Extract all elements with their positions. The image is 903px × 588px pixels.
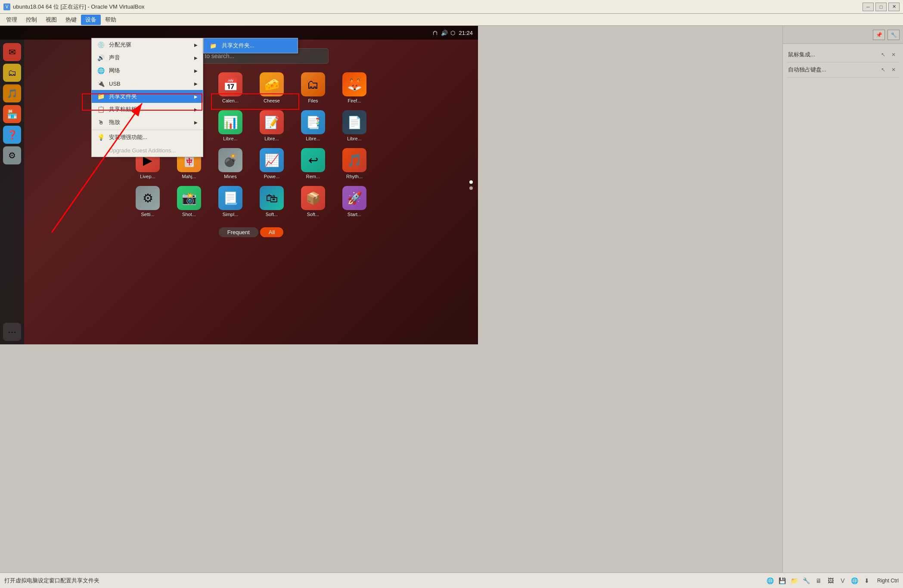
menu-help[interactable]: 帮助 bbox=[101, 15, 121, 25]
clipboard-icon: 📋 bbox=[97, 105, 105, 113]
panel-btn-2[interactable]: 🔧 bbox=[887, 30, 900, 40]
close-button[interactable]: ✕ bbox=[888, 3, 900, 11]
ubuntu-status-icons: ⛫ 🔊 ⬡ bbox=[433, 30, 455, 36]
app-item[interactable]: 🦊 Firef... bbox=[337, 72, 372, 103]
app-icon-2: 📅 bbox=[218, 72, 242, 96]
app-label-2: Calen... bbox=[222, 98, 239, 103]
app-item[interactable]: 💣 Mines bbox=[213, 148, 248, 179]
menu-hotkey[interactable]: 热键 bbox=[61, 15, 81, 25]
app-item[interactable]: ↩ Rem... bbox=[296, 148, 330, 179]
status-icon-2[interactable]: 💾 bbox=[777, 576, 788, 586]
app-item[interactable]: 🎵 Rhyth... bbox=[337, 148, 372, 179]
app-icon-5: 🦊 bbox=[342, 72, 366, 96]
status-icon-8[interactable]: 🌐 bbox=[850, 576, 860, 586]
sidebar-music-icon[interactable]: 🎵 bbox=[3, 84, 21, 102]
app-label-4: Files bbox=[308, 98, 318, 103]
status-icon-6[interactable]: 🖼 bbox=[825, 576, 836, 586]
status-icon-4[interactable]: 🔧 bbox=[801, 576, 812, 586]
mouse-icon-2[interactable]: ✕ bbox=[889, 51, 898, 58]
app-label-13: Mahj... bbox=[182, 174, 196, 179]
app-icon-16: ↩ bbox=[301, 148, 325, 172]
panel-btn-1[interactable]: 📌 bbox=[873, 30, 885, 40]
menu-network[interactable]: 🌐 网络 ▶ bbox=[92, 64, 203, 77]
app-item[interactable]: 🚀 Start... bbox=[337, 186, 372, 217]
network-icon: ⛫ bbox=[433, 30, 438, 36]
maximize-button[interactable]: □ bbox=[875, 3, 887, 11]
panel-mouse-integration: 鼠标集成... ↖ ✕ bbox=[786, 47, 900, 62]
menu-view[interactable]: 视图 bbox=[41, 15, 61, 25]
app-label-20: Simpl... bbox=[223, 212, 239, 217]
menu-shared-clipboard[interactable]: 📋 共享粘贴板 ▶ bbox=[92, 103, 203, 116]
vm-screen[interactable]: ⛫ 🔊 ⬡ 21:24 ✉ 🗂 🎵 🏪 ❓ ⚙ ⋯ 🔍 T bbox=[0, 26, 478, 344]
clipboard-arrow: ▶ bbox=[194, 107, 198, 112]
drag-label: 拖放 bbox=[109, 118, 120, 126]
tab-all[interactable]: All bbox=[260, 227, 283, 237]
status-icon-7[interactable]: V bbox=[838, 576, 848, 586]
menu-shared-folder[interactable]: 📁 共享文件夹 ▶ bbox=[92, 90, 203, 103]
app-item[interactable]: 🛍 Soft... bbox=[254, 186, 289, 217]
app-item[interactable]: ⚙ Setti... bbox=[130, 186, 165, 217]
app-label-17: Rhyth... bbox=[346, 174, 363, 179]
keyboard-icon-1[interactable]: ↖ bbox=[879, 66, 887, 73]
app-icon-10: 📑 bbox=[301, 110, 325, 134]
tab-frequent[interactable]: Frequent bbox=[219, 227, 258, 237]
keyboard-icon-2[interactable]: ✕ bbox=[889, 66, 898, 73]
ubuntu-clock: 21:24 bbox=[459, 30, 473, 36]
app-item[interactable]: 📃 Simpl... bbox=[213, 186, 248, 217]
menu-drag-drop[interactable]: 🖱 拖放 ▶ bbox=[92, 116, 203, 129]
app-label-3: Cheese bbox=[264, 98, 280, 103]
menu-install-guest[interactable]: 💡 安装增强功能... bbox=[92, 131, 203, 144]
app-label-8: Libre... bbox=[223, 136, 238, 141]
sidebar-grid-icon[interactable]: ⋯ bbox=[3, 323, 21, 341]
app-item[interactable]: 📑 Libre... bbox=[296, 110, 330, 141]
app-icon-15: 📈 bbox=[260, 148, 284, 172]
battery-icon: ⬡ bbox=[450, 30, 455, 36]
app-icon-23: 🚀 bbox=[342, 186, 366, 210]
menu-manage[interactable]: 管理 bbox=[2, 15, 22, 25]
menu-sound[interactable]: 🔊 声音 ▶ bbox=[92, 51, 203, 64]
sidebar-store-icon[interactable]: 🏪 bbox=[3, 105, 21, 123]
status-icon-5[interactable]: 🖥 bbox=[813, 576, 824, 586]
menu-separator bbox=[92, 130, 203, 130]
status-icon-9[interactable]: ⬇ bbox=[862, 576, 872, 586]
sound-arrow: ▶ bbox=[194, 56, 198, 60]
sidebar-email-icon[interactable]: ✉ bbox=[3, 43, 21, 61]
app-icon-11: 📄 bbox=[342, 110, 366, 134]
shared-folder-arrow: ▶ bbox=[194, 94, 198, 99]
shared-folder-icon: 📁 bbox=[97, 93, 105, 100]
app-item[interactable]: 📸 Shot... bbox=[172, 186, 206, 217]
app-label-21: Soft... bbox=[266, 212, 278, 217]
app-label-16: Rem... bbox=[306, 174, 320, 179]
menu-devices[interactable]: 设备 bbox=[81, 15, 101, 25]
sound-icon: 🔊 bbox=[97, 54, 105, 62]
app-item[interactable]: 📈 Powe... bbox=[254, 148, 289, 179]
app-item[interactable]: 🧀 Cheese bbox=[254, 72, 289, 103]
mouse-integration-label: 鼠标集成... bbox=[788, 51, 815, 59]
ubuntu-tabs: Frequent All bbox=[219, 227, 284, 237]
app-item[interactable]: 📊 Libre... bbox=[213, 110, 248, 141]
menu-usb[interactable]: 🔌 USB ▶ bbox=[92, 77, 203, 90]
menu-control[interactable]: 控制 bbox=[22, 15, 41, 25]
app-label-5: Firef... bbox=[348, 98, 361, 103]
network-arrow: ▶ bbox=[194, 68, 198, 73]
menu-optical-drive[interactable]: 💿 分配光驱 ▶ bbox=[92, 38, 203, 51]
sidebar-help-icon[interactable]: ❓ bbox=[3, 126, 21, 144]
status-text: 打开虚拟电脑设定窗口配置共享文件夹 bbox=[4, 577, 99, 585]
app-label-9: Libre... bbox=[264, 136, 279, 141]
app-item[interactable]: 📅 Calen... bbox=[213, 72, 248, 103]
shared-folder-label: 共享文件夹 bbox=[109, 93, 137, 100]
app-icon-22: 📦 bbox=[301, 186, 325, 210]
minimize-button[interactable]: ─ bbox=[863, 3, 874, 11]
app-item[interactable]: 📦 Soft... bbox=[296, 186, 330, 217]
app-item[interactable]: 🗂 Files bbox=[296, 72, 330, 103]
app-icon-9: 📝 bbox=[260, 110, 284, 134]
app-item[interactable]: 📄 Libre... bbox=[337, 110, 372, 141]
status-icon-1[interactable]: 🌐 bbox=[765, 576, 776, 586]
app-icon-19: 📸 bbox=[177, 186, 201, 210]
status-icon-3[interactable]: 📁 bbox=[789, 576, 800, 586]
sidebar-files-icon[interactable]: 🗂 bbox=[3, 64, 21, 82]
app-item[interactable]: 📝 Libre... bbox=[254, 110, 289, 141]
mouse-icon-1[interactable]: ↖ bbox=[879, 51, 887, 58]
shared-folder-open[interactable]: 📁 共享文件夹... bbox=[204, 38, 298, 53]
sidebar-settings-icon[interactable]: ⚙ bbox=[3, 146, 21, 164]
